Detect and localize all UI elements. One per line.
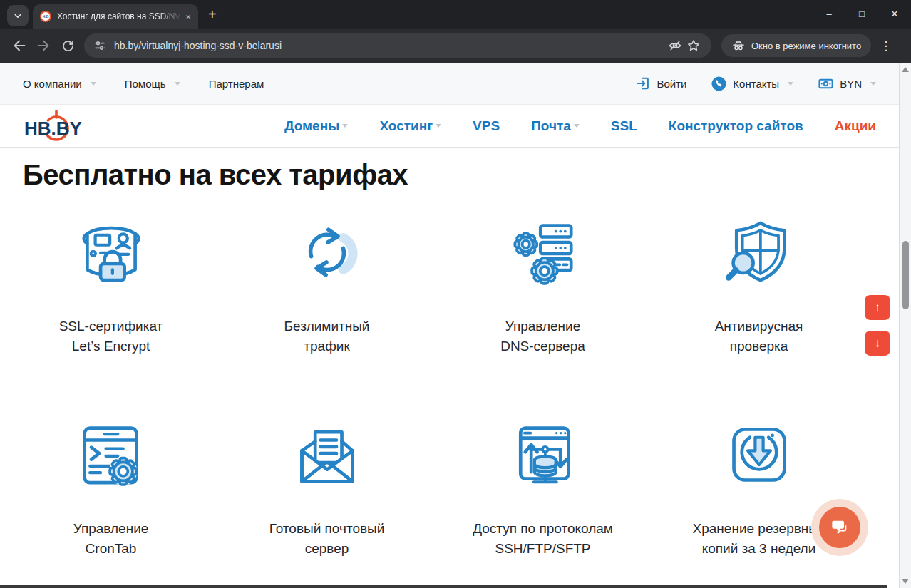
- chevron-down-icon: [11, 9, 24, 22]
- menu-site-builder[interactable]: Конструктор сайтов: [669, 118, 803, 134]
- traffic-refresh-icon: [285, 212, 369, 292]
- window-maximize-button[interactable]: □: [845, 0, 878, 27]
- mail-server-icon: [285, 415, 369, 495]
- feature-ftp-access: Доступ по протоколам SSH/FTP/SFTP: [435, 415, 651, 559]
- feature-crontab: Управление CronTab: [3, 415, 219, 559]
- reload-button[interactable]: [56, 33, 80, 58]
- scrollbar-up-arrow-icon[interactable]: [902, 67, 909, 72]
- feature-antivirus: Антивирусная проверка: [651, 212, 867, 356]
- menu-hosting[interactable]: Хостинг: [379, 118, 441, 134]
- currency-selector[interactable]: BYN: [818, 76, 876, 92]
- menu-mail[interactable]: Почта: [531, 118, 580, 134]
- reload-icon: [61, 38, 76, 53]
- nav-help[interactable]: Помощь: [125, 78, 180, 90]
- feature-label: SSL-сертификат Let’s Encrypt: [59, 316, 163, 356]
- scroll-up-icon: ↑: [875, 301, 881, 315]
- tab-title: Хостинг для сайтов на SSD/NV: [57, 11, 182, 21]
- browser-toolbar: hb.by/virtualnyj-hosting-ssd-v-belarusi …: [0, 29, 911, 63]
- money-icon: [818, 76, 834, 92]
- site-info-icon[interactable]: [93, 38, 107, 53]
- nav-about-company[interactable]: О компании: [23, 78, 96, 90]
- incognito-icon: [731, 38, 746, 53]
- chevron-down-icon: [342, 124, 348, 128]
- bookmark-button[interactable]: [684, 36, 703, 55]
- window-controls: – □ ✕: [813, 0, 911, 29]
- crontab-terminal-icon: [69, 415, 153, 495]
- star-icon: [686, 38, 701, 53]
- tab-close-icon[interactable]: ×: [185, 11, 191, 22]
- feature-label: Готовый почтовый сервер: [269, 519, 385, 559]
- chevron-down-icon: [788, 82, 793, 86]
- backup-download-icon: [717, 415, 801, 495]
- main-menu: Домены Хостинг VPS Почта SSL Конструктор…: [284, 118, 876, 134]
- main-nav: HB.BY Домены Хостинг VPS Почта SSL Конст…: [0, 105, 899, 148]
- ftp-transfer-icon: [501, 415, 585, 495]
- chevron-down-icon: [175, 82, 180, 86]
- login-icon: [635, 76, 651, 91]
- tab-search-button[interactable]: [7, 5, 29, 26]
- eye-off-icon: [668, 38, 682, 53]
- new-tab-button[interactable]: +: [208, 6, 217, 23]
- ssl-certificate-icon: [69, 212, 153, 292]
- window-close-button[interactable]: ✕: [878, 0, 911, 27]
- menu-promos[interactable]: Акции: [835, 118, 876, 134]
- back-button[interactable]: [7, 33, 31, 58]
- url-text: hb.by/virtualnyj-hosting-ssd-v-belarusi: [114, 40, 666, 51]
- incognito-label: Окно в режиме инкогнито: [751, 41, 861, 51]
- menu-button[interactable]: ⋮: [880, 38, 892, 53]
- phone-icon: [711, 76, 727, 92]
- content: Бесплатно на всех тарифах: [0, 159, 899, 559]
- feature-unlimited-traffic: Безлимитный трафик: [219, 212, 435, 356]
- page-scrollbar[interactable]: [899, 63, 911, 588]
- feature-mail-server: Готовый почтовый сервер: [219, 415, 435, 559]
- page-title: Бесплатно на всех тарифах: [23, 159, 899, 191]
- login-link[interactable]: Войти: [635, 76, 686, 91]
- feature-dns-management: Управление DNS-сервера: [435, 212, 651, 356]
- site-favicon-icon: H.B: [40, 11, 51, 22]
- features-grid: SSL-сертификат Let’s Encrypt Безлимитный: [3, 212, 867, 559]
- antivirus-shield-icon: [717, 212, 801, 292]
- chevron-down-icon: [574, 124, 580, 128]
- feature-label: Антивирусная проверка: [715, 316, 803, 356]
- feature-label: Безлимитный трафик: [284, 316, 370, 356]
- scroll-down-icon: ↓: [875, 336, 881, 351]
- scroll-down-button[interactable]: ↓: [865, 331, 890, 356]
- next-section-edge: [0, 585, 887, 588]
- password-eye-button[interactable]: [666, 36, 684, 55]
- menu-vps[interactable]: VPS: [473, 118, 500, 134]
- browser-window: H.B Хостинг для сайтов на SSD/NV × + – □…: [0, 0, 911, 588]
- forward-button[interactable]: [31, 33, 56, 58]
- incognito-badge: Окно в режиме инкогнито: [721, 34, 871, 57]
- chevron-down-icon: [436, 124, 441, 128]
- scrollbar-thumb[interactable]: [902, 241, 909, 309]
- chat-icon: [830, 518, 849, 537]
- feature-ssl-certificate: SSL-сертификат Let’s Encrypt: [3, 212, 219, 356]
- chevron-down-icon: [870, 82, 876, 86]
- chat-bubble: [819, 507, 860, 548]
- window-minimize-button[interactable]: –: [813, 0, 845, 27]
- feature-label: Управление CronTab: [73, 519, 149, 559]
- forward-arrow-icon: [36, 38, 51, 53]
- tab-strip: H.B Хостинг для сайтов на SSD/NV × + – □…: [0, 0, 911, 29]
- logo-text: HB.BY: [24, 118, 82, 139]
- chevron-down-icon: [91, 82, 96, 86]
- scrollbar-down-arrow-icon[interactable]: [902, 579, 909, 584]
- menu-ssl[interactable]: SSL: [611, 118, 637, 134]
- site-page: О компании Помощь Партнерам Войти Контак…: [0, 63, 899, 588]
- chat-widget-button[interactable]: [811, 499, 868, 556]
- scroll-up-button[interactable]: ↑: [865, 295, 890, 320]
- site-logo[interactable]: HB.BY: [23, 109, 97, 143]
- dns-gears-icon: [501, 212, 585, 292]
- contacts-link[interactable]: Контакты: [711, 76, 793, 92]
- utility-left: О компании Помощь Партнерам: [23, 78, 264, 90]
- back-arrow-icon: [11, 38, 27, 53]
- feature-label: Доступ по протоколам SSH/FTP/SFTP: [473, 519, 613, 559]
- utility-right: Войти Контакты BYN: [635, 76, 876, 92]
- feature-label: Хранение резервных копий за 3 недели: [693, 519, 825, 559]
- menu-domains[interactable]: Домены: [284, 118, 348, 134]
- utility-bar: О компании Помощь Партнерам Войти Контак…: [0, 63, 899, 105]
- address-bar[interactable]: hb.by/virtualnyj-hosting-ssd-v-belarusi: [84, 33, 711, 58]
- browser-tab[interactable]: H.B Хостинг для сайтов на SSD/NV ×: [33, 4, 198, 29]
- nav-partners[interactable]: Партнерам: [209, 78, 264, 90]
- feature-label: Управление DNS-сервера: [500, 316, 585, 356]
